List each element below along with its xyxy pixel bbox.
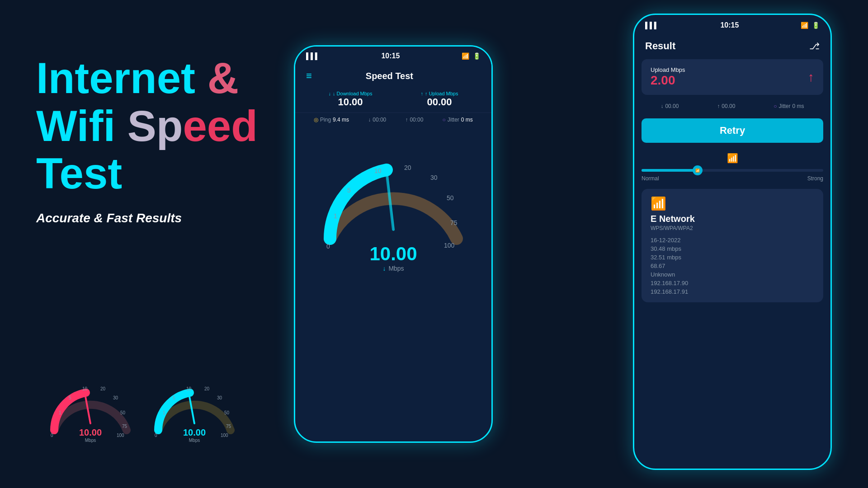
svg-text:20: 20 [204, 386, 210, 391]
svg-text:50: 50 [224, 410, 230, 415]
svg-text:10: 10 [374, 167, 382, 174]
download-icon: ↓ [329, 91, 331, 96]
main-status-bar: ▌▌▌ 10:15 📶 🔋 [295, 47, 491, 66]
upload-label: ↑ ↑ Upload Mbps [421, 91, 458, 96]
svg-text:20: 20 [404, 164, 411, 171]
speed-reading: 10.00 ↓ Mbps [369, 243, 417, 272]
dl-mini-stat-icon: ↓ [660, 103, 663, 109]
signal-slider: 📶 📶 Normal Strong [634, 148, 830, 184]
svg-text:30: 30 [430, 174, 438, 181]
ping-icon: ◎ [314, 117, 318, 123]
title-sp: Sp [127, 102, 183, 150]
svg-text:100: 100 [444, 242, 455, 249]
svg-text:0: 0 [326, 243, 330, 250]
jitter-value: 0 ms [461, 117, 473, 123]
jitter-mini-label: Jitter [779, 103, 791, 109]
main-signal: ▌▌▌ [306, 52, 320, 60]
small-gauge-1-value: 10.00 [79, 427, 102, 437]
network-card: 📶 E Network WPS/WPA/WPA2 16-12-2022 30.4… [642, 189, 823, 302]
ping-label: Ping [320, 117, 331, 123]
title-amp: & [208, 54, 239, 102]
hero-subtitle: Accurate & Fast Results [36, 211, 298, 225]
result-title: Result [645, 40, 675, 52]
share-icon[interactable]: ⎇ [809, 41, 820, 52]
speed-stats: ↓ ↓ Download Mbps 10.00 ↑ ↑ Upload Mbps … [295, 86, 491, 113]
main-title: Speed Test [366, 71, 413, 81]
upload-value: 00.00 [421, 96, 458, 108]
svg-text:30: 30 [113, 395, 118, 400]
slider-fill [642, 169, 696, 172]
svg-text:5: 5 [173, 395, 175, 400]
signal-strong-label: Strong [807, 175, 823, 182]
slider-track[interactable]: 📶 [642, 169, 823, 172]
dl-mini-stat: ↓ 00.00 [660, 103, 679, 109]
svg-text:0: 0 [51, 433, 53, 438]
upload-arrow-icon: ↑ [808, 70, 814, 84]
network-val1: 68.67 [651, 263, 814, 269]
network-name: E Network [651, 214, 814, 224]
ping-bar: ◎ Ping 9.4 ms ↓ 00:00 ↑ 00:00 ○ Jitter 0… [295, 113, 491, 127]
svg-text:5: 5 [69, 395, 71, 400]
ul-mini-stat-icon: ↑ [717, 103, 720, 109]
jitter-label: Jitter [448, 117, 459, 123]
mini-stats-bar: ↓ 00.00 ↑ 00.00 ○ Jitter 0 ms [634, 99, 830, 113]
title-eed: eed [183, 102, 257, 150]
result-signal: ▌▌▌ [645, 22, 659, 29]
menu-icon[interactable]: ≡ [306, 70, 312, 82]
network-date: 16-12-2022 [651, 237, 814, 244]
ping-value: 9.4 ms [333, 117, 349, 123]
result-status-bar: ▌▌▌ 10:15 📶 🔋 [634, 15, 830, 36]
network-dl-speed: 30.48 mbps [651, 245, 814, 252]
slider-thumb: 📶 [693, 165, 703, 175]
download-value: 10.00 [329, 96, 373, 108]
jitter-mini-stat: ○ Jitter 0 ms [774, 103, 804, 109]
title-test: Test [36, 150, 298, 197]
dl-mini-stat-value: 00.00 [665, 103, 679, 109]
speed-number: 10.00 [369, 243, 417, 264]
ul-mini-stat-value: 00.00 [722, 103, 735, 109]
ul-mini-item: ↑ 00:00 [405, 117, 423, 123]
svg-text:75: 75 [226, 424, 231, 429]
upload-info: Upload Mbps 2.00 [651, 66, 685, 88]
ul-mini-stat: ↑ 00.00 [717, 103, 735, 109]
network-ip2: 192.168.17.91 [651, 288, 814, 295]
upload-stat: ↑ ↑ Upload Mbps 00.00 [421, 91, 458, 108]
network-ul-speed: 32.51 mbps [651, 254, 814, 261]
upload-card-label: Upload Mbps [651, 66, 685, 73]
result-header: Result ⎇ [634, 36, 830, 59]
svg-text:100: 100 [117, 433, 124, 438]
signal-wifi-icon: 📶 [727, 153, 738, 163]
jitter-mini-value: 0 ms [793, 103, 804, 109]
retry-button[interactable]: Retry [642, 118, 823, 143]
small-gauge-2-value: 10.00 [183, 427, 206, 437]
slider-labels: Normal Strong [642, 175, 823, 182]
phone-result: ▌▌▌ 10:15 📶 🔋 Result ⎇ Upload Mbps 2.00 … [633, 14, 832, 470]
result-wifi-icon: 📶 [801, 22, 808, 29]
speed-unit: Mbps [388, 265, 404, 272]
svg-text:100: 100 [221, 433, 228, 438]
hero-section: Internet & Wifi Speed Test Accurate & Fa… [36, 54, 298, 225]
result-status-icons: 📶 🔋 [801, 22, 820, 29]
result-time: 10:15 [720, 21, 739, 29]
main-header: ≡ Speed Test [295, 66, 491, 86]
upload-card: Upload Mbps 2.00 ↑ [642, 59, 823, 95]
jitter-icon: ○ [443, 117, 446, 123]
dl-mini-item: ↓ 00:00 [368, 117, 386, 123]
svg-text:1: 1 [334, 212, 337, 220]
svg-text:1: 1 [59, 410, 61, 415]
svg-text:30: 30 [217, 395, 222, 400]
svg-text:1: 1 [163, 410, 165, 415]
gauge-area: 0 1 5 10 20 30 50 75 100 10.00 ↓ Mbps [295, 127, 491, 280]
title-internet: Internet [36, 54, 208, 102]
svg-text:5: 5 [347, 187, 351, 194]
main-time: 10:15 [381, 52, 400, 60]
network-val2: Unknown [651, 271, 814, 278]
main-status-icons: 📶 🔋 [462, 52, 481, 60]
battery-icon: 🔋 [473, 52, 481, 60]
svg-text:0: 0 [155, 433, 157, 438]
hero-title: Internet & Wifi Speed Test [36, 54, 298, 197]
network-type: WPS/WPA/WPA2 [651, 225, 814, 231]
wifi-icon: 📶 [462, 52, 469, 60]
result-battery-icon: 🔋 [812, 22, 820, 29]
network-info-list: 16-12-2022 30.48 mbps 32.51 mbps 68.67 U… [651, 237, 814, 295]
